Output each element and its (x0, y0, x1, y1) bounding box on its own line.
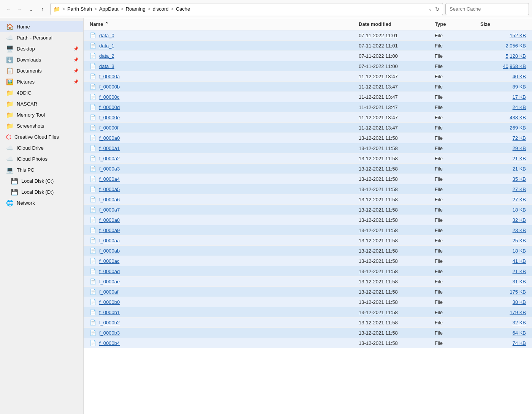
nav-buttons: ← → ⌄ ↑ (3, 4, 48, 14)
sidebar-item-local-d[interactable]: 💾 Local Disk (D:) (0, 186, 83, 198)
file-size: 21 KB (480, 156, 526, 161)
sidebar-documents-label: Documents (17, 68, 70, 74)
table-row[interactable]: 📄 f_0000a8 13-12-2021 11:58 File 32 KB (84, 215, 532, 225)
sidebar-item-icloud-photos[interactable]: ☁️ iCloud Photos (0, 153, 83, 164)
sidebar-item-screenshots[interactable]: 📁 Screenshots (0, 120, 83, 131)
table-row[interactable]: 📄 f_0000b0 13-12-2021 11:58 File 38 KB (84, 297, 532, 307)
file-icon: 📄 (90, 248, 96, 254)
table-row[interactable]: 📄 f_0000b4 13-12-2021 11:58 File 74 KB (84, 338, 532, 348)
table-row[interactable]: 📄 f_00000e 11-12-2021 13:47 File 438 KB (84, 112, 532, 123)
table-row[interactable]: 📄 f_00000f 11-12-2021 13:47 File 269 KB (84, 123, 532, 133)
table-row[interactable]: 📄 f_0000a9 13-12-2021 11:58 File 23 KB (84, 225, 532, 235)
table-row[interactable]: 📄 f_0000a0 13-12-2021 11:58 File 72 KB (84, 133, 532, 143)
table-row[interactable]: 📄 f_0000b2 13-12-2021 11:58 File 32 KB (84, 318, 532, 328)
file-name-cell: 📄 f_0000a1 (90, 145, 359, 151)
file-name-text: f_00000b (99, 84, 120, 90)
sidebar-item-nascar[interactable]: 📁 NASCAR (0, 98, 83, 109)
file-size: 41 KB (480, 258, 526, 264)
table-row[interactable]: 📄 f_0000b3 13-12-2021 11:58 File 64 KB (84, 328, 532, 338)
local-disk-d-icon: 💾 (11, 188, 18, 196)
file-icon: 📄 (90, 186, 96, 192)
address-bar[interactable]: 📁 > Parth Shah > AppData > Roaming > dis… (50, 3, 443, 15)
file-type: File (435, 156, 480, 161)
file-name-text: f_0000b0 (99, 299, 120, 305)
file-type: File (435, 186, 480, 192)
file-icon: 📄 (90, 135, 96, 141)
file-size: 18 KB (480, 207, 526, 213)
file-date: 13-12-2021 11:58 (359, 176, 435, 182)
sidebar-item-desktop[interactable]: 🖥️ Desktop 📌 (0, 43, 83, 54)
sidebar-item-4ddig[interactable]: 📁 4DDiG (0, 87, 83, 98)
table-row[interactable]: 📄 data_0 07-11-2022 11:01 File 152 KB (84, 30, 532, 41)
breadcrumb-cache[interactable]: Cache (176, 6, 190, 12)
table-row[interactable]: 📄 f_0000af 13-12-2021 11:58 File 175 KB (84, 287, 532, 297)
table-row[interactable]: 📄 f_00000c 11-12-2021 13:47 File 17 KB (84, 92, 532, 102)
file-name-cell: 📄 f_0000a2 (90, 155, 359, 161)
sidebar-item-creative-cloud[interactable]: ⬡ Creative Cloud Files (0, 131, 83, 142)
recent-locations-button[interactable]: ⌄ (26, 4, 36, 14)
sidebar-item-downloads[interactable]: ⬇️ Downloads 📌 (0, 54, 83, 65)
table-row[interactable]: 📄 f_0000ac 13-12-2021 11:58 File 41 KB (84, 256, 532, 266)
col-name-header[interactable]: Name ⌃ (90, 21, 359, 27)
table-row[interactable]: 📄 f_0000a6 13-12-2021 11:58 File 27 KB (84, 194, 532, 205)
sidebar-item-this-pc[interactable]: 💻 This PC (0, 164, 83, 175)
file-date: 07-11-2022 11:01 (359, 43, 435, 49)
table-row[interactable]: 📄 f_0000b1 13-12-2021 11:58 File 179 KB (84, 307, 532, 318)
breadcrumb-discord[interactable]: discord (153, 6, 169, 12)
file-date: 13-12-2021 11:58 (359, 156, 435, 161)
table-row[interactable]: 📄 f_0000a7 13-12-2021 11:58 File 18 KB (84, 205, 532, 215)
table-row[interactable]: 📄 f_00000d 11-12-2021 13:47 File 24 KB (84, 102, 532, 112)
sidebar-item-home[interactable]: 🏠 Home (0, 21, 83, 32)
file-date: 13-12-2021 11:58 (359, 320, 435, 326)
file-size: 35 KB (480, 176, 526, 182)
file-icon: 📄 (90, 227, 96, 233)
table-row[interactable]: 📄 f_0000aa 13-12-2021 11:58 File 25 KB (84, 235, 532, 246)
table-row[interactable]: 📄 f_0000ad 13-12-2021 11:58 File 21 KB (84, 266, 532, 277)
table-row[interactable]: 📄 f_0000a5 13-12-2021 11:58 File 27 KB (84, 184, 532, 194)
up-button[interactable]: ↑ (37, 4, 48, 14)
search-input[interactable] (445, 3, 529, 15)
table-row[interactable]: 📄 data_1 07-11-2022 11:01 File 2,056 KB (84, 41, 532, 51)
file-name-cell: 📄 f_00000c (90, 94, 359, 100)
address-expand-button[interactable]: ⌄ (428, 6, 432, 12)
table-row[interactable]: 📄 data_2 07-11-2022 11:00 File 5,128 KB (84, 51, 532, 61)
file-type: File (435, 176, 480, 182)
table-row[interactable]: 📄 f_0000a4 13-12-2021 11:58 File 35 KB (84, 174, 532, 184)
table-row[interactable]: 📄 f_0000ae 13-12-2021 11:58 File 31 KB (84, 277, 532, 287)
sidebar-item-local-c[interactable]: 💾 Local Disk (C:) (0, 175, 83, 186)
file-name-cell: 📄 f_0000a3 (90, 166, 359, 172)
back-button[interactable]: ← (3, 4, 14, 14)
table-row[interactable]: 📄 f_00000b 11-12-2021 13:47 File 89 KB (84, 82, 532, 92)
table-row[interactable]: 📄 f_0000a1 13-12-2021 11:58 File 29 KB (84, 143, 532, 153)
file-size: 24 KB (480, 104, 526, 110)
file-date: 13-12-2021 11:58 (359, 145, 435, 151)
sidebar-item-pictures[interactable]: 🖼️ Pictures 📌 (0, 76, 83, 87)
file-date: 13-12-2021 11:58 (359, 310, 435, 315)
col-type-header: Type (435, 21, 480, 27)
sidebar-item-memory-tool[interactable]: 📁 Memory Tool (0, 109, 83, 120)
table-row[interactable]: 📄 f_00000a 11-12-2021 13:47 File 40 KB (84, 71, 532, 82)
file-name-cell: 📄 f_0000a6 (90, 196, 359, 202)
table-row[interactable]: 📄 f_0000a3 13-12-2021 11:58 File 21 KB (84, 164, 532, 174)
sidebar-item-icloud-drive[interactable]: ☁️ iCloud Drive (0, 142, 83, 153)
file-name-text: f_0000aa (99, 238, 120, 243)
file-size: 32 KB (480, 320, 526, 326)
file-icon: 📄 (90, 196, 96, 202)
sidebar-item-documents[interactable]: 📋 Documents 📌 (0, 65, 83, 76)
file-icon: 📄 (90, 268, 96, 274)
table-row[interactable]: 📄 f_0000a2 13-12-2021 11:58 File 21 KB (84, 153, 532, 164)
forward-button[interactable]: → (14, 4, 25, 14)
breadcrumb-parth[interactable]: Parth Shah (67, 6, 92, 12)
breadcrumb-roaming[interactable]: Roaming (126, 6, 146, 12)
sidebar-item-network[interactable]: 🌐 Network (0, 198, 83, 209)
file-icon: 📄 (90, 258, 96, 264)
refresh-button[interactable]: ↻ (435, 6, 440, 12)
breadcrumb-appdata[interactable]: AppData (99, 6, 119, 12)
file-name-text: f_0000b1 (99, 310, 120, 315)
table-row[interactable]: 📄 f_0000ab 13-12-2021 11:58 File 18 KB (84, 246, 532, 256)
table-row[interactable]: 📄 data_3 07-11-2022 11:00 File 40,968 KB (84, 61, 532, 71)
file-icon: 📄 (90, 299, 96, 305)
file-date: 07-11-2022 11:00 (359, 63, 435, 69)
sidebar-item-parth-personal[interactable]: ☁️ Parth - Personal (0, 32, 83, 43)
file-type: File (435, 197, 480, 202)
